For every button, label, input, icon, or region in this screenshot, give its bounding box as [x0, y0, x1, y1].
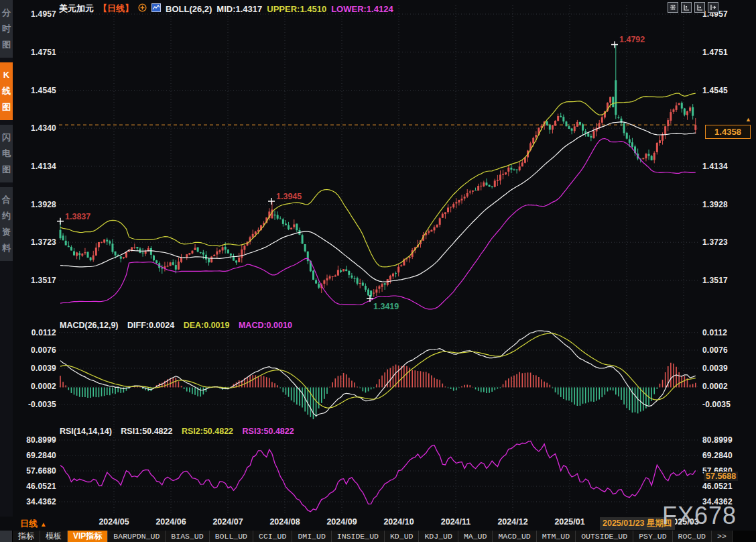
y-axis-label: 0.0002: [702, 382, 755, 391]
boll-params: BOLL(26,2): [166, 4, 212, 14]
x-axis-month-label: 2024/06: [147, 517, 194, 527]
rsi3-value: RSI3:50.4822: [243, 427, 294, 436]
macd-macd-value: MACD:0.0010: [239, 321, 292, 330]
symbol-name: 美元加元: [59, 3, 94, 15]
pan-tool-icon[interactable]: [668, 2, 678, 13]
toolbar-item-11[interactable]: KDJ_UD: [419, 531, 458, 542]
price-marker-label: 1.3945: [276, 192, 302, 201]
toolbar-item-2[interactable]: 模板: [40, 531, 68, 542]
macd-pane-title: MACD(26,12,9) DIFF:0.0024 DEA:0.0019 MAC…: [60, 321, 299, 330]
chart-tool-buttons: [668, 2, 718, 13]
toolbar-item-17[interactable]: ROC_UD: [673, 531, 712, 542]
x-axis-month-label: 2024/11: [432, 517, 479, 527]
toolbar-item-6[interactable]: BOLL_UD: [210, 531, 253, 542]
sidebar-tab-4[interactable]: 合约资料: [0, 187, 13, 261]
toolbar-item-13[interactable]: MACD_UD: [493, 531, 536, 542]
y-axis-label: 69.2840: [13, 451, 56, 460]
y-axis-label: 1.4134: [13, 162, 56, 171]
toolbar-item-12[interactable]: MA_UD: [458, 531, 493, 542]
toolbar-corner-box: [0, 531, 13, 542]
x-axis-scale-icon[interactable]: [694, 2, 705, 13]
x-axis-month-label: 2024/05: [90, 517, 137, 527]
toolbar-item-7[interactable]: CCI_UD: [253, 531, 292, 542]
y-axis-label: 0.0112: [702, 328, 755, 337]
toolbar-item-3[interactable]: VIP指标: [68, 531, 108, 542]
crosshair-date-badge: 2025/01/23 星期四: [600, 517, 675, 530]
x-axis-month-label: 2024/12: [489, 517, 536, 527]
add-overlay-icon[interactable]: [138, 3, 147, 14]
sidebar-tab-1[interactable]: 分时图: [0, 0, 13, 58]
chart-header: 美元加元 【日线】 BOLL(26,2) MID:1.4317 UPPER:1.…: [59, 3, 393, 15]
price-marker-label: 1.4792: [619, 35, 645, 44]
current-price-badge: 1.4358: [705, 125, 751, 139]
toolbar-item-10[interactable]: KD_UD: [385, 531, 420, 542]
y-axis-label: 1.3723: [702, 237, 755, 247]
y-axis-label: -0.0035: [702, 400, 755, 409]
x-axis-month-label: 2024/07: [204, 517, 251, 527]
toolbar-item-8[interactable]: DMI_UD: [292, 531, 331, 542]
y-axis-label: 0.0112: [13, 328, 56, 337]
y-axis-label: 1.4751: [13, 48, 56, 57]
sidebar-tab-3[interactable]: 闪电图: [0, 125, 13, 182]
rsi2-value: RSI2:50.4822: [182, 427, 233, 436]
y-axis-label: 1.3928: [702, 200, 755, 209]
indicator-toolbar: 指标模板VIP指标BARUPDN_UDBIAS_UDBOLL_UDCCI_UDD…: [0, 531, 756, 542]
chevron-up-icon: ▲: [40, 521, 47, 528]
price-marker-label: 1.3837: [65, 212, 90, 221]
y-axis-scale-icon[interactable]: [681, 2, 692, 13]
y-axis-label: 80.8999: [702, 435, 755, 445]
x-axis-month-label: 2024/08: [261, 517, 308, 527]
period-selector[interactable]: 日线 ▲: [20, 518, 47, 530]
y-axis-label: 1.4957: [13, 9, 56, 19]
y-axis-label: 34.4362: [13, 497, 56, 506]
y-axis-label: 1.4134: [702, 162, 755, 171]
y-axis-label: 1.4340: [13, 123, 56, 133]
y-axis-label: 0.0039: [702, 364, 755, 373]
rsi1-value: RSI1:50.4822: [121, 427, 172, 436]
toolbar-item-5[interactable]: BIAS_UD: [166, 531, 209, 542]
y-axis-label: 1.3723: [13, 237, 56, 247]
rsi-pane-title: RSI(14,14,14) RSI1:50.4822 RSI2:50.4822 …: [60, 427, 301, 436]
y-axis-label: 46.0521: [702, 482, 755, 491]
rsi-current-badge: 57.5688: [704, 472, 738, 481]
boll-mid-value: MID:1.4317: [216, 4, 262, 14]
macd-diff-value: DIFF:0.0024: [127, 321, 174, 330]
y-axis-label: 1.4751: [702, 48, 755, 57]
app-window: 分时图K线图闪电图合约资料 美元加元 【日线】 BOLL(26,2) MID:1…: [0, 0, 756, 542]
y-axis-label: 0.0002: [13, 382, 56, 391]
indicator-chart-icon: [151, 3, 161, 14]
y-axis-label: 80.8999: [13, 435, 56, 445]
price-marker-label: 1.3419: [373, 302, 399, 311]
period-tag[interactable]: 【日线】: [99, 3, 133, 15]
y-axis-label: -0.0035: [13, 400, 56, 409]
y-axis-label: 0.0076: [13, 345, 56, 355]
boll-lower-value: LOWER:1.4124: [331, 4, 393, 14]
sidebar: 分时图K线图闪电图合约资料: [0, 0, 13, 517]
y-axis-label: 34.4362: [702, 497, 755, 506]
boll-upper-value: UPPER:1.4510: [267, 4, 326, 14]
toolbar-item-15[interactable]: OUTSIDE_UD: [576, 531, 633, 542]
price-up-arrow-icon: ▲: [745, 116, 751, 123]
macd-dea-value: DEA:0.0019: [184, 321, 230, 330]
scroll-right-icon[interactable]: [708, 2, 718, 13]
toolbar-item-18[interactable]: >>: [712, 531, 733, 542]
x-axis-month-label: 2024/09: [318, 517, 365, 527]
toolbar-item-16[interactable]: PSY_UD: [633, 531, 672, 542]
y-axis-label: 0.0076: [702, 345, 755, 355]
toolbar-item-4[interactable]: BARUPDN_UD: [108, 531, 166, 542]
toolbar-item-14[interactable]: MTM_UD: [537, 531, 576, 542]
y-axis-label: 1.4545: [13, 86, 56, 95]
y-axis-label: 57.6680: [13, 466, 56, 476]
y-axis-label: 0.0039: [13, 364, 56, 373]
y-axis-label: 69.2840: [702, 451, 755, 460]
sidebar-tab-2[interactable]: K线图: [0, 62, 13, 120]
x-axis-month-label: 2024/10: [375, 517, 422, 527]
y-axis-label: 1.3517: [702, 276, 755, 285]
macd-params: MACD(26,12,9): [60, 321, 119, 330]
chart-canvas[interactable]: [0, 0, 756, 517]
y-axis-label: 46.0521: [13, 482, 56, 491]
y-axis-label: 1.3928: [13, 200, 56, 209]
toolbar-item-9[interactable]: INSIDE_UD: [332, 531, 385, 542]
rsi-params: RSI(14,14,14): [60, 427, 112, 436]
toolbar-item-1[interactable]: 指标: [13, 531, 40, 542]
